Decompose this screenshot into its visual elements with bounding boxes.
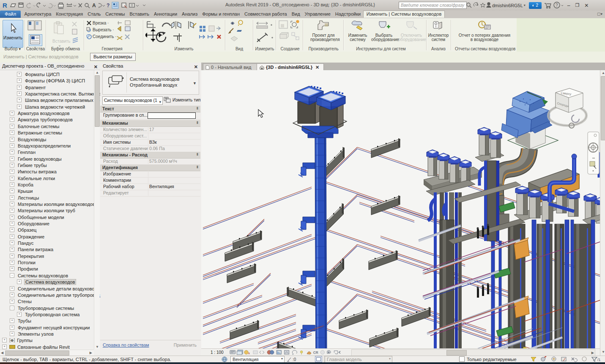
svg-text:/1: /1 xyxy=(597,358,601,362)
svg-text:?: ? xyxy=(107,3,110,8)
svg-text::0: :0 xyxy=(293,357,296,362)
svg-text:CR: CR xyxy=(313,351,318,355)
svg-text:x: x xyxy=(248,351,250,355)
svg-text:A: A xyxy=(92,3,96,8)
svg-text:?: ? xyxy=(556,3,558,8)
